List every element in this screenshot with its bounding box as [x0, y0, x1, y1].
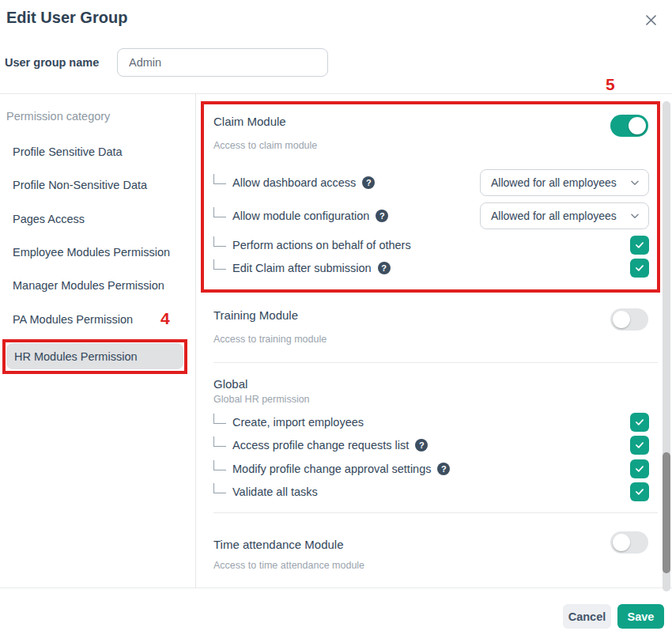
chevron-down-icon: [629, 177, 640, 188]
check-icon: [634, 440, 645, 451]
select-value: Allowed for all employees: [491, 210, 617, 222]
sidebar-item-label: Profile Sensitive Data: [13, 145, 123, 158]
row-label: Allow module configuration: [232, 210, 369, 222]
divider: [213, 512, 658, 513]
access-profile-change-requests-checkbox[interactable]: [630, 436, 649, 455]
create-import-employees-row: Create, import employees: [213, 413, 364, 432]
edit-claim-row: Edit Claim after submission: [213, 259, 391, 278]
toggle-knob: [629, 117, 646, 134]
module-configuration-select[interactable]: Allowed for all employees: [480, 202, 649, 229]
permission-category-heading: Permission category: [6, 110, 110, 123]
row-label: Validate all tasks: [232, 486, 318, 498]
edit-claim-checkbox[interactable]: [630, 259, 649, 278]
sidebar-item-label: Employee Modules Permission: [13, 246, 170, 259]
training-module-toggle[interactable]: [610, 308, 648, 331]
edit-user-group-dialog: Edit User Group User group name Permissi…: [0, 0, 672, 631]
help-icon[interactable]: [376, 210, 388, 222]
claim-module-title: Claim Module: [213, 115, 286, 128]
tree-connector-icon: [213, 207, 226, 217]
time-attendance-module-subtitle: Access to time attendance module: [213, 560, 364, 571]
create-import-employees-checkbox[interactable]: [630, 413, 649, 432]
scrollbar-thumb[interactable]: [663, 452, 670, 573]
sidebar-item-pa-modules-permission[interactable]: PA Modules Permission: [13, 308, 133, 331]
perform-actions-checkbox[interactable]: [630, 236, 649, 255]
row-label: Allow dashboard access: [232, 176, 356, 189]
user-group-name-input[interactable]: [117, 48, 328, 77]
claim-module-toggle[interactable]: [610, 115, 648, 137]
help-icon[interactable]: [362, 176, 375, 189]
help-icon[interactable]: [437, 463, 450, 475]
time-attendance-module-toggle[interactable]: [610, 531, 648, 554]
check-icon: [634, 417, 645, 428]
row-label: Edit Claim after submission: [232, 262, 372, 274]
page-title: Edit User Group: [6, 9, 127, 27]
save-button[interactable]: Save: [617, 604, 664, 629]
divider: [0, 588, 672, 588]
annotation-label-4: 4: [160, 309, 170, 328]
sidebar-item-label: Pages Access: [13, 213, 85, 225]
tree-connector-icon: [213, 236, 226, 247]
toggle-knob: [613, 311, 630, 328]
time-attendance-module-title: Time attendance Module: [213, 538, 344, 551]
sidebar-item-profile-sensitive-data[interactable]: Profile Sensitive Data: [13, 140, 123, 164]
tree-connector-icon: [213, 174, 226, 184]
tree-connector-icon: [213, 460, 226, 470]
row-label: Create, import employees: [232, 416, 364, 429]
row-label: Access profile change requests list: [232, 439, 409, 452]
check-icon: [634, 240, 645, 251]
user-group-name-label: User group name: [5, 56, 99, 69]
allow-module-configuration-row: Allow module configuration: [213, 202, 388, 229]
chevron-down-icon: [629, 210, 640, 221]
divider: [213, 362, 658, 363]
cancel-button[interactable]: Cancel: [563, 604, 611, 629]
tree-connector-icon: [213, 436, 226, 447]
access-profile-change-requests-row: Access profile change requests list: [213, 436, 428, 455]
perform-actions-row: Perform actions on behalf of others: [213, 236, 411, 255]
allow-dashboard-access-row: Allow dashboard access: [213, 169, 375, 196]
training-module-subtitle: Access to training module: [213, 334, 327, 345]
permission-detail-panel: Claim Module Access to claim module Allo…: [195, 93, 672, 588]
sidebar-item-employee-modules-permission[interactable]: Employee Modules Permission: [13, 240, 170, 264]
sidebar-item-label: PA Modules Permission: [13, 313, 133, 326]
modify-profile-change-approval-row: Modify profile change approval settings: [213, 459, 450, 478]
close-icon[interactable]: [641, 10, 660, 29]
global-subtitle: Global HR permission: [213, 394, 310, 405]
sidebar-item-label: Profile Non-Sensitive Data: [13, 179, 147, 191]
annotation-label-5: 5: [606, 75, 615, 94]
check-icon: [634, 263, 645, 274]
help-icon[interactable]: [378, 262, 391, 274]
modify-profile-change-approval-checkbox[interactable]: [630, 459, 649, 478]
claim-module-subtitle: Access to claim module: [213, 140, 317, 151]
sidebar-item-hr-modules-permission[interactable]: HR Modules Permission: [6, 343, 183, 369]
check-icon: [634, 463, 645, 474]
row-label: Perform actions on behalf of others: [232, 239, 411, 251]
toggle-knob: [613, 534, 630, 551]
training-module-title: Training Module: [213, 308, 298, 322]
validate-all-tasks-checkbox[interactable]: [630, 482, 649, 501]
sidebar-item-pages-access[interactable]: Pages Access: [13, 207, 85, 231]
dashboard-access-select[interactable]: Allowed for all employees: [480, 169, 649, 196]
sidebar-item-profile-non-sensitive-data[interactable]: Profile Non-Sensitive Data: [13, 173, 147, 197]
tree-connector-icon: [213, 414, 226, 424]
check-icon: [634, 486, 645, 497]
global-title: Global: [213, 377, 247, 391]
validate-all-tasks-row: Validate all tasks: [213, 482, 318, 501]
select-value: Allowed for all employees: [491, 176, 617, 189]
help-icon[interactable]: [415, 439, 428, 452]
tree-connector-icon: [213, 259, 226, 270]
sidebar-item-manager-modules-permission[interactable]: Manager Modules Permission: [13, 274, 164, 297]
row-label: Modify profile change approval settings: [232, 463, 431, 475]
sidebar-item-label: Manager Modules Permission: [13, 279, 164, 292]
tree-connector-icon: [213, 483, 226, 493]
sidebar-item-label: HR Modules Permission: [14, 350, 138, 363]
